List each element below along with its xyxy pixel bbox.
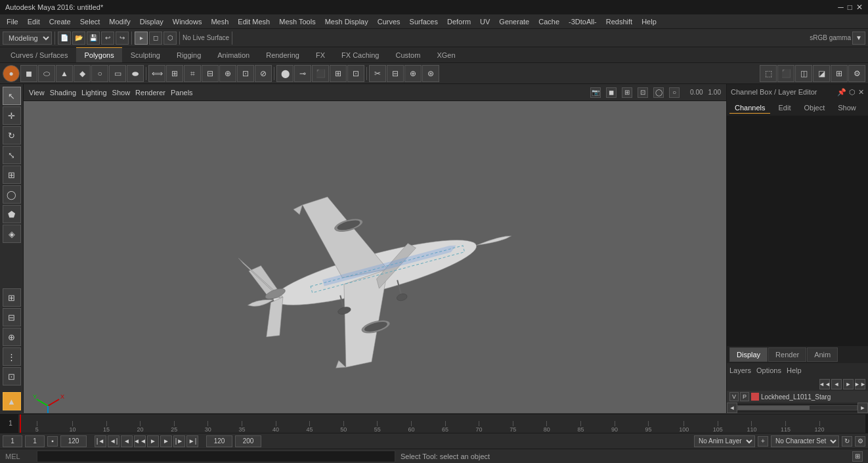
disk-icon[interactable]: ⬬: [127, 65, 144, 82]
anim-layer-select[interactable]: No Anim Layer: [694, 435, 755, 447]
tab-edit[interactable]: Edit: [773, 102, 796, 113]
close-btn[interactable]: ✕: [856, 3, 863, 12]
tab-show[interactable]: Show: [833, 102, 861, 113]
panel-float-btn[interactable]: ⬡: [849, 88, 856, 97]
cube-icon[interactable]: ◼: [20, 65, 37, 82]
paint-btn[interactable]: ⬡: [163, 32, 177, 45]
menu-edit[interactable]: Edit: [24, 16, 44, 27]
edge-select-icon[interactable]: ⊸: [294, 65, 311, 82]
menu-uv[interactable]: UV: [476, 16, 494, 27]
cyl-icon[interactable]: ⬭: [38, 65, 55, 82]
menu-windows[interactable]: Windows: [169, 16, 206, 27]
menu-edit-mesh[interactable]: Edit Mesh: [234, 16, 274, 27]
rotate-btn[interactable]: ↻: [3, 126, 21, 144]
menu-select[interactable]: Select: [76, 16, 104, 27]
frame-end-input[interactable]: [206, 435, 232, 447]
play-fwd-btn[interactable]: ►: [147, 435, 159, 447]
tab-fx-caching[interactable]: FX Caching: [334, 47, 387, 62]
vp-panels[interactable]: Panels: [171, 89, 193, 97]
bridge-icon[interactable]: ⊟: [202, 65, 219, 82]
tab-polygons[interactable]: Polygons: [76, 47, 121, 62]
vp-show[interactable]: Show: [112, 89, 131, 97]
layers-help[interactable]: Help: [787, 366, 802, 374]
menu-generate[interactable]: Generate: [495, 16, 533, 27]
layer-color-swatch[interactable]: [750, 392, 760, 401]
prefs-btn[interactable]: ⚙: [855, 436, 865, 447]
cut-icon[interactable]: ✂: [369, 65, 386, 82]
bevel-icon[interactable]: ⌗: [184, 65, 201, 82]
play-back-btn[interactable]: ◄◄: [134, 435, 146, 447]
frame-end2-input[interactable]: [235, 435, 261, 447]
panel-pin-btn[interactable]: 📌: [837, 88, 846, 97]
nav-prev[interactable]: ◄: [831, 379, 842, 389]
scale-btn[interactable]: ⤡: [3, 146, 21, 164]
tab-rigging[interactable]: Rigging: [169, 47, 209, 62]
mel-input[interactable]: [37, 451, 395, 462]
settings-icon[interactable]: ⚙: [848, 65, 865, 82]
save-file-btn[interactable]: 💾: [87, 32, 100, 45]
scroll-thumb[interactable]: [738, 406, 810, 410]
menu-mesh-tools[interactable]: Mesh Tools: [275, 16, 319, 27]
tab-xgen[interactable]: XGen: [429, 47, 463, 62]
menu-curves[interactable]: Curves: [374, 16, 404, 27]
menu-redshift[interactable]: Redshift: [602, 16, 636, 27]
select-tool-btn[interactable]: ▸: [135, 32, 148, 45]
menu-cache[interactable]: Cache: [534, 16, 563, 27]
tab-custom[interactable]: Custom: [388, 47, 429, 62]
skip-end-btn[interactable]: ►|: [186, 435, 198, 447]
transform-btn[interactable]: ⊞: [3, 165, 21, 184]
menu-mesh[interactable]: Mesh: [207, 16, 232, 27]
prev-key-btn[interactable]: ◄|: [108, 435, 119, 447]
extrude-icon[interactable]: ⊞: [166, 65, 183, 82]
move-btn[interactable]: ✛: [3, 106, 21, 125]
step-back-btn[interactable]: ◄: [121, 435, 133, 447]
frame-play-end[interactable]: [60, 435, 87, 447]
viewport[interactable]: View Shading Lighting Show Renderer Pane…: [24, 84, 726, 413]
face-select-icon[interactable]: ⬛: [312, 65, 329, 82]
uv-select-icon[interactable]: ⊞: [330, 65, 347, 82]
multi-select-icon[interactable]: ⊡: [347, 65, 364, 82]
tab-object[interactable]: Object: [798, 102, 830, 113]
window-controls[interactable]: ─ □ ✕: [838, 3, 863, 12]
open-file-btn[interactable]: 📂: [72, 32, 85, 45]
select-obj-btn[interactable]: ↖: [3, 87, 21, 105]
menu-3dto[interactable]: -3DtoAll-: [565, 16, 601, 27]
display-mode3[interactable]: ◫: [795, 65, 812, 82]
menu-mesh-display[interactable]: Mesh Display: [321, 16, 372, 27]
menu-file[interactable]: File: [3, 16, 22, 27]
vp-btn5[interactable]: ○: [669, 87, 680, 98]
scroll-track[interactable]: [737, 405, 857, 410]
gamma-dropdown[interactable]: ▼: [852, 32, 865, 45]
lasso-select-btn[interactable]: ◯: [3, 185, 21, 204]
menu-surfaces[interactable]: Surfaces: [406, 16, 442, 27]
view3d-btn[interactable]: ⊡: [3, 367, 21, 386]
vp-renderer[interactable]: Renderer: [135, 89, 165, 97]
lasso-btn[interactable]: ◻: [149, 32, 162, 45]
next-key-btn[interactable]: |►: [173, 435, 185, 447]
scroll-left[interactable]: ◄: [727, 403, 737, 413]
fill-icon[interactable]: ⊕: [219, 65, 236, 82]
vp-lighting[interactable]: Lighting: [81, 89, 107, 97]
tab-fx[interactable]: FX: [308, 47, 333, 62]
timeline-ruler[interactable]: 5 10 15 20 25 30 35 40 45 50 55 60 65 70…: [18, 414, 865, 433]
maximize-btn[interactable]: □: [848, 3, 852, 12]
tab-rendering[interactable]: Rendering: [258, 47, 307, 62]
mode-select[interactable]: Modeling: [3, 32, 52, 45]
vert-select-icon[interactable]: ⬤: [276, 65, 293, 82]
status-options-btn[interactable]: ⊞: [852, 451, 863, 462]
frame-start-input[interactable]: [3, 435, 22, 447]
menu-deform[interactable]: Deform: [443, 16, 475, 27]
vp-btn1[interactable]: ◼: [606, 87, 617, 98]
vp-shading[interactable]: Shading: [50, 89, 76, 97]
display-mode2[interactable]: ⬛: [777, 65, 794, 82]
cam-icon[interactable]: 📷: [590, 87, 601, 98]
layer-playback[interactable]: P: [740, 392, 749, 401]
char-set-select[interactable]: No Character Set: [771, 435, 839, 447]
skip-start-btn[interactable]: |◄: [95, 435, 106, 447]
sculpt-btn[interactable]: ◈: [3, 225, 21, 243]
isolate-btn[interactable]: ⊞: [3, 288, 21, 307]
paint-select-btn[interactable]: ⬟: [3, 205, 21, 223]
redo-btn[interactable]: ↪: [116, 32, 129, 45]
grid-btn[interactable]: ⋮: [3, 347, 21, 366]
plane-icon[interactable]: ▭: [109, 65, 126, 82]
